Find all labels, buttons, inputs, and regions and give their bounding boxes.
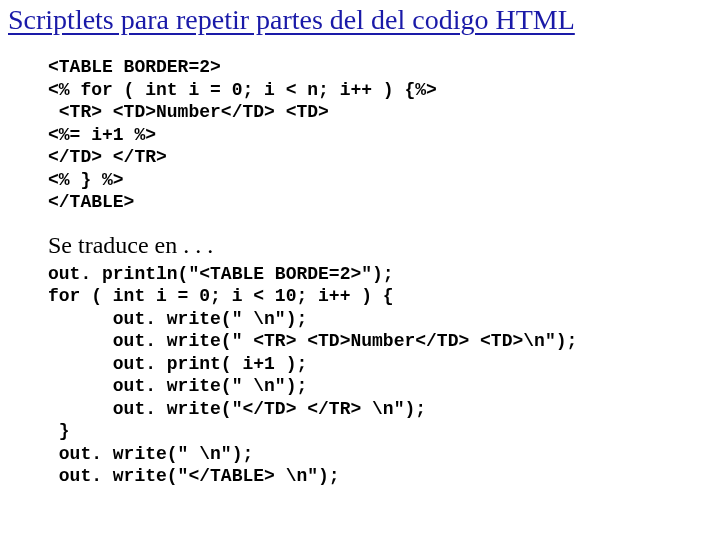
translation-subheading: Se traduce en . . . — [48, 232, 712, 259]
slide-title: Scriptlets para repetir partes del del c… — [8, 4, 712, 36]
java-code-block: out. println("<TABLE BORDE=2>"); for ( i… — [48, 263, 712, 488]
slide-container: Scriptlets para repetir partes del del c… — [0, 0, 720, 488]
jsp-code-block: <TABLE BORDER=2> <% for ( int i = 0; i <… — [48, 56, 712, 214]
